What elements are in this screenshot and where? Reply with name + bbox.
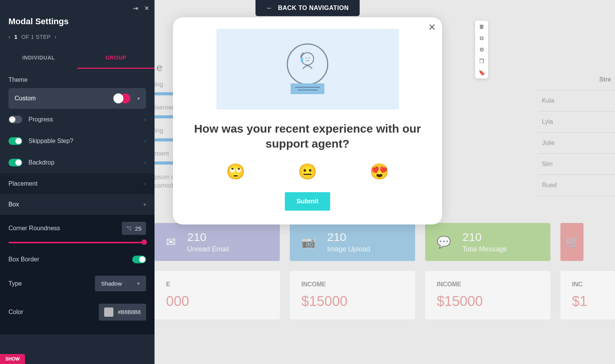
trash-icon[interactable]: 🗑 bbox=[475, 21, 488, 32]
emoji-neutral[interactable]: 😐 bbox=[298, 163, 317, 181]
svg-point-3 bbox=[309, 58, 310, 59]
row-backdrop[interactable]: Backdrop › bbox=[0, 152, 155, 173]
color-label: Color bbox=[8, 309, 99, 316]
row-progress[interactable]: Progress › bbox=[0, 109, 155, 130]
corner-label: Corner Roundness bbox=[8, 225, 122, 232]
back-to-navigation-button[interactable]: ← BACK TO NAVIGATION bbox=[256, 0, 360, 16]
toggle-backdrop[interactable] bbox=[8, 159, 22, 166]
toggle-progress[interactable] bbox=[8, 116, 22, 123]
placement-label: Placement bbox=[8, 180, 138, 187]
chevron-right-icon: › bbox=[144, 160, 146, 166]
survey-modal: ✕ How was your recent experience with ou… bbox=[173, 17, 442, 224]
chevron-down-icon: ▾ bbox=[137, 95, 140, 101]
type-label: Type bbox=[8, 280, 95, 287]
chevron-right-icon: › bbox=[144, 116, 146, 123]
svg-point-2 bbox=[306, 58, 307, 59]
settings-sidebar: ⇥ ✕ Modal Settings ‹ 1 OF 1 STEP › INDIV… bbox=[0, 0, 155, 364]
border-label: Box Border bbox=[8, 256, 132, 263]
step-next-icon[interactable]: › bbox=[55, 33, 57, 40]
corner-value-input[interactable]: ◹ 25 bbox=[122, 222, 146, 235]
theme-section-label: Theme bbox=[0, 69, 155, 88]
row-placement[interactable]: Placement › bbox=[0, 173, 155, 194]
color-swatch bbox=[104, 307, 113, 317]
toggle-skippable[interactable] bbox=[8, 137, 22, 145]
chevron-down-icon: ▾ bbox=[143, 201, 146, 208]
step-prev-icon[interactable]: ‹ bbox=[8, 33, 10, 40]
card-icon: 📷 bbox=[301, 235, 316, 249]
chevron-right-icon: › bbox=[144, 138, 146, 144]
modal-hero-image bbox=[216, 29, 399, 110]
box-label: Box bbox=[8, 201, 143, 208]
arrow-left-icon: ← bbox=[266, 5, 273, 12]
stat-card: 💬 210Total Message bbox=[425, 223, 550, 261]
color-input[interactable]: #B8B8B8 bbox=[99, 304, 146, 321]
corner-value: 25 bbox=[135, 225, 141, 232]
theme-selector[interactable]: Custom ▾ bbox=[8, 88, 146, 109]
modal-title: How was your recent experience with our … bbox=[188, 121, 427, 151]
income-card: INC$1 bbox=[560, 271, 615, 319]
backdrop-label: Backdrop bbox=[28, 159, 138, 166]
submit-button[interactable]: Submit bbox=[285, 192, 330, 211]
agent-icon bbox=[292, 47, 323, 78]
svg-rect-1 bbox=[301, 58, 303, 62]
row-box[interactable]: Box ▾ bbox=[0, 194, 155, 215]
element-toolbar: 🗑 ⧉ ⚙ ❐ 🔖 bbox=[475, 21, 488, 78]
color-value: #B8B8B8 bbox=[118, 309, 141, 315]
toggle-border[interactable] bbox=[132, 256, 146, 263]
card-icon: ✉ bbox=[166, 235, 176, 249]
bookmark-icon[interactable]: 🔖 bbox=[475, 67, 488, 78]
income-card: INCOME$15000 bbox=[425, 271, 550, 319]
corner-icon: ◹ bbox=[126, 225, 131, 232]
corner-slider[interactable] bbox=[8, 239, 146, 246]
sidebar-title: Modal Settings bbox=[0, 17, 155, 33]
modal-close-icon[interactable]: ✕ bbox=[428, 22, 436, 33]
chevron-right-icon: › bbox=[144, 181, 146, 187]
card-icon: 💬 bbox=[437, 235, 451, 249]
bg-heading: e bbox=[156, 61, 163, 74]
emoji-rating-row: 🙄 😐 😍 bbox=[200, 163, 415, 181]
row-skippable[interactable]: Skippable Step? › bbox=[0, 130, 155, 152]
theme-value: Custom bbox=[15, 95, 109, 102]
close-icon[interactable]: ✕ bbox=[144, 5, 149, 12]
emoji-bad[interactable]: 🙄 bbox=[226, 163, 245, 181]
box-section: Corner Roundness ◹ 25 Box Border Type Sh… bbox=[0, 215, 155, 334]
collapse-icon[interactable]: ⇥ bbox=[133, 5, 138, 12]
type-select[interactable]: Shadow ▾ bbox=[95, 276, 146, 291]
progress-label: Progress bbox=[28, 116, 138, 123]
step-navigator: ‹ 1 OF 1 STEP › bbox=[0, 33, 155, 48]
stat-card: ✉ 210Unread Email bbox=[155, 223, 280, 261]
show-button[interactable]: SHOW bbox=[0, 354, 25, 364]
stat-card: 🛒 bbox=[560, 223, 583, 261]
chevron-down-icon: ▾ bbox=[137, 281, 140, 286]
back-label: BACK TO NAVIGATION bbox=[278, 5, 349, 12]
copy-icon[interactable]: ⧉ bbox=[475, 32, 488, 44]
tab-group[interactable]: GROUP bbox=[77, 48, 155, 69]
emoji-good[interactable]: 😍 bbox=[370, 163, 389, 181]
tab-individual[interactable]: INDIVIDUAL bbox=[0, 48, 77, 69]
step-total: OF 1 STEP bbox=[21, 33, 51, 40]
income-card: INCOME$15000 bbox=[290, 271, 415, 319]
duplicate-icon[interactable]: ❐ bbox=[475, 55, 488, 67]
settings-icon[interactable]: ⚙ bbox=[475, 44, 488, 55]
skippable-label: Skippable Step? bbox=[28, 138, 138, 145]
type-value: Shadow bbox=[101, 280, 122, 287]
stat-card: 📷 210Image Upload bbox=[290, 223, 415, 261]
step-current: 1 bbox=[14, 33, 17, 40]
theme-swatch bbox=[113, 93, 130, 103]
income-card: E000 bbox=[155, 271, 280, 319]
